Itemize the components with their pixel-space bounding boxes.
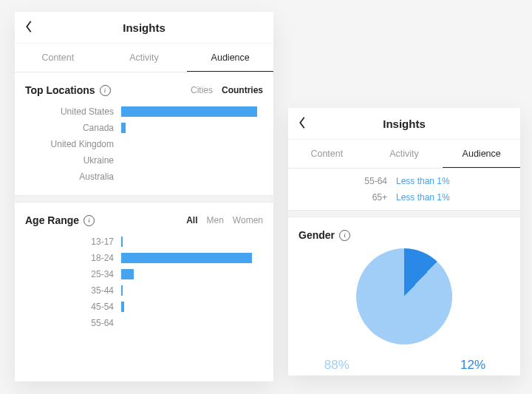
- section-label: Top Locations: [25, 84, 95, 96]
- tab-activity[interactable]: Activity: [366, 140, 443, 168]
- bar-row: 35-44: [25, 282, 263, 299]
- tab-content[interactable]: Content: [15, 44, 101, 72]
- insights-panel-left: Insights Content Activity Audience Top L…: [15, 12, 273, 381]
- bar-track: [121, 285, 263, 296]
- page-title: Insights: [288, 118, 520, 130]
- bar-row: United States: [25, 103, 263, 120]
- tab-audience[interactable]: Audience: [443, 140, 520, 168]
- page-title: Insights: [15, 21, 273, 34]
- info-icon[interactable]: i: [339, 230, 350, 241]
- toggle-women[interactable]: Women: [233, 215, 263, 225]
- bar-label: United Kingdom: [25, 139, 121, 149]
- age-tail-value: Less than 1%: [396, 192, 450, 203]
- locations-chart: United StatesCanadaUnited KingdomUkraine…: [25, 103, 263, 185]
- bar-fill: [121, 285, 123, 296]
- pie-icon: [356, 248, 452, 344]
- bar-track: [121, 171, 263, 182]
- section-label: Gender: [299, 229, 335, 241]
- gender-chart: 88% Women 12% Men: [299, 248, 510, 376]
- section-top-locations: Top Locations i Cities Countries United …: [15, 72, 273, 195]
- bar-label: 55-64: [25, 318, 121, 328]
- legend-pct: 12%: [460, 358, 485, 373]
- divider: [288, 210, 520, 217]
- tab-content[interactable]: Content: [288, 140, 366, 168]
- legend-pct: 88%: [324, 358, 349, 373]
- bar-label: 13-17: [25, 237, 121, 247]
- toggle-countries[interactable]: Countries: [222, 85, 263, 95]
- bar-fill: [121, 253, 252, 263]
- bar-label: 45-54: [25, 302, 121, 312]
- bar-label: Ukraine: [25, 155, 121, 166]
- bar-fill: [121, 123, 126, 133]
- legend-label: Women: [323, 374, 351, 376]
- bar-track: [121, 106, 263, 117]
- bar-fill: [121, 269, 134, 279]
- tabs: Content Activity Audience: [15, 44, 273, 72]
- section-header: Top Locations i Cities Countries: [25, 84, 263, 96]
- tab-audience[interactable]: Audience: [187, 44, 273, 72]
- age-tail-row: 55-64Less than 1%: [299, 173, 510, 189]
- bar-row: Canada: [25, 120, 263, 136]
- bar-track: [121, 123, 263, 133]
- section-age-range: Age Range i All Men Women 13-1718-2425-3…: [15, 203, 273, 342]
- tabs: Content Activity Audience: [288, 140, 520, 169]
- bar-row: Ukraine: [25, 152, 263, 169]
- bar-label: 18-24: [25, 253, 121, 263]
- divider: [15, 195, 273, 203]
- toggle-cities[interactable]: Cities: [191, 85, 213, 95]
- bar-track: [121, 237, 263, 247]
- bar-row: 45-54: [25, 299, 263, 315]
- bar-row: 55-64: [25, 315, 263, 331]
- age-tail-key: 55-64: [299, 176, 396, 186]
- back-icon[interactable]: [24, 20, 34, 35]
- bar-fill: [121, 237, 123, 247]
- bar-label: 35-44: [25, 285, 121, 296]
- insights-panel-right: Insights Content Activity Audience 55-64…: [288, 108, 520, 376]
- toggle-all[interactable]: All: [186, 215, 197, 225]
- info-icon[interactable]: i: [83, 215, 95, 226]
- age-tail-row: 65+Less than 1%: [299, 189, 510, 206]
- bar-fill: [121, 106, 257, 117]
- header: Insights: [15, 12, 273, 44]
- bar-row: 18-24: [25, 250, 263, 266]
- bar-row: Australia: [25, 169, 263, 185]
- bar-track: [121, 253, 263, 263]
- section-label: Age Range: [25, 214, 79, 226]
- bar-track: [121, 302, 263, 312]
- section-header: Age Range i All Men Women: [25, 214, 263, 226]
- toggle-men[interactable]: Men: [207, 215, 224, 225]
- legend-men: 12% Men: [460, 358, 485, 376]
- section-header: Gender i: [299, 229, 510, 241]
- legend-label: Men: [465, 374, 480, 376]
- bar-label: Australia: [25, 171, 121, 182]
- bar-label: United States: [25, 106, 121, 117]
- age-tail-rows: 55-64Less than 1%65+Less than 1%: [299, 173, 510, 206]
- bar-track: [121, 318, 263, 328]
- section-age-tail: 55-64Less than 1%65+Less than 1%: [288, 169, 520, 210]
- bar-fill: [121, 302, 124, 312]
- bar-track: [121, 155, 263, 166]
- toggle-locations: Cities Countries: [191, 85, 263, 95]
- info-icon[interactable]: i: [100, 85, 111, 96]
- toggle-age: All Men Women: [186, 215, 263, 225]
- tab-activity[interactable]: Activity: [101, 44, 188, 72]
- bar-row: United Kingdom: [25, 136, 263, 152]
- bar-row: 13-17: [25, 234, 263, 250]
- legend: 88% Women 12% Men: [323, 358, 485, 376]
- header: Insights: [288, 108, 520, 140]
- age-chart: 13-1718-2425-3435-4445-5455-64: [25, 234, 263, 331]
- section-gender: Gender i 88% Women 12% Men: [288, 217, 520, 376]
- back-icon[interactable]: [297, 116, 307, 132]
- bar-row: 25-34: [25, 266, 263, 282]
- age-tail-key: 65+: [299, 192, 396, 203]
- bar-track: [121, 139, 263, 149]
- age-tail-value: Less than 1%: [396, 176, 450, 186]
- bar-label: 25-34: [25, 269, 121, 279]
- legend-women: 88% Women: [323, 358, 351, 376]
- bar-label: Canada: [25, 123, 121, 133]
- bar-track: [121, 269, 263, 279]
